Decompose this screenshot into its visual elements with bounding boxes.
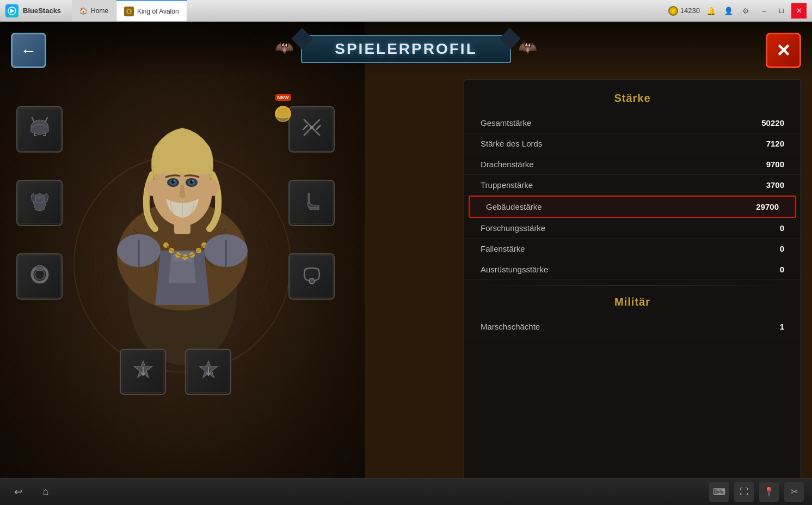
svg-line-34 bbox=[316, 125, 320, 129]
armor-slot-icon bbox=[28, 189, 52, 217]
svg-point-22 bbox=[192, 180, 194, 182]
stat-value-forschung: 0 bbox=[780, 223, 784, 233]
rune2-slot-icon bbox=[196, 358, 220, 386]
taskbar-keyboard-icon[interactable]: ⌨ bbox=[709, 482, 729, 502]
maximize-button[interactable]: □ bbox=[774, 3, 789, 19]
svg-point-24 bbox=[206, 180, 219, 196]
stat-value-ausruestung: 0 bbox=[780, 265, 784, 274]
stat-row-fallen: Fallenstärke 0 bbox=[464, 239, 801, 259]
minimize-button[interactable]: – bbox=[756, 3, 772, 19]
close-button[interactable]: ✕ bbox=[766, 33, 801, 68]
coin-display: 14230 bbox=[668, 6, 700, 16]
close-x-icon: ✕ bbox=[776, 40, 791, 61]
svg-point-35 bbox=[310, 126, 313, 129]
stat-label-marsch: Marschschächte bbox=[481, 322, 540, 331]
slot-boots[interactable] bbox=[288, 180, 335, 226]
back-arrow-icon: ← bbox=[21, 41, 37, 60]
taskbar: ↩ ⌂ ⌨ ⛶ 📍 ✂ bbox=[0, 478, 812, 505]
taskbar-fullscreen-icon[interactable]: ⛶ bbox=[734, 482, 754, 502]
section-title-staerke: Stärke bbox=[464, 88, 801, 113]
taskbar-back-button[interactable]: ↩ bbox=[8, 482, 28, 502]
taskbar-right: ⌨ ⛶ 📍 ✂ bbox=[709, 482, 804, 502]
slot-rune2[interactable] bbox=[185, 349, 231, 395]
tab-king-of-avalon[interactable]: K King of Avalon bbox=[116, 0, 187, 21]
brand-name: BlueStacks bbox=[23, 7, 61, 15]
stat-value-gesamtstaerke: 50220 bbox=[761, 118, 784, 127]
svg-point-28 bbox=[35, 270, 45, 279]
slot-ring[interactable] bbox=[16, 253, 63, 300]
stat-value-truppen: 3700 bbox=[766, 180, 784, 190]
tab-game-label: King of Avalon bbox=[137, 8, 179, 15]
new-helmet-svg bbox=[272, 102, 294, 124]
character-background: NEW bbox=[0, 22, 365, 505]
stat-label-fallen: Fallenstärke bbox=[481, 244, 525, 253]
stat-row-truppen: Truppenstärke 3700 bbox=[464, 175, 801, 196]
boots-slot-icon bbox=[300, 189, 324, 217]
tab-home-label: Home bbox=[91, 7, 108, 15]
slot-necklace[interactable] bbox=[288, 253, 335, 300]
stat-value-lords: 7120 bbox=[766, 139, 784, 148]
account-icon[interactable]: 👤 bbox=[722, 4, 735, 17]
stat-label-lords: Stärke des Lords bbox=[481, 139, 542, 148]
stats-panel: Stärke Gesamtstärke 50220 Stärke des Lor… bbox=[464, 79, 801, 493]
titlebar: BlueStacks 🏠 Home K King of Avalon 14230… bbox=[0, 0, 812, 22]
bluestacks-logo bbox=[5, 4, 19, 17]
svg-line-33 bbox=[303, 125, 307, 129]
taskbar-scissors-icon[interactable]: ✂ bbox=[784, 482, 804, 502]
slot-weapon[interactable] bbox=[288, 106, 335, 153]
new-badge: NEW bbox=[272, 94, 294, 124]
stat-label-forschung: Forschungsstärke bbox=[481, 223, 545, 233]
window-controls: – □ ✕ bbox=[756, 3, 807, 19]
svg-point-23 bbox=[146, 180, 159, 196]
stat-label-truppen: Truppenstärke bbox=[481, 180, 533, 190]
home-icon: 🏠 bbox=[79, 7, 88, 15]
slot-rune1[interactable] bbox=[120, 349, 166, 395]
rune1-slot-icon bbox=[131, 358, 155, 386]
helmet-slot-icon bbox=[28, 115, 52, 143]
slot-helmet[interactable] bbox=[16, 106, 63, 153]
necklace-slot-icon bbox=[300, 263, 324, 290]
close-window-button[interactable]: ✕ bbox=[791, 3, 807, 19]
titlebar-left: BlueStacks bbox=[0, 4, 66, 17]
weapon-slot-icon bbox=[300, 115, 324, 143]
slot-armor[interactable] bbox=[16, 180, 63, 226]
svg-text:K: K bbox=[128, 10, 131, 14]
new-badge-label: NEW bbox=[275, 94, 291, 101]
game-tab-icon: K bbox=[124, 7, 134, 16]
coin-value: 14230 bbox=[680, 7, 700, 15]
stat-row-forschung: Forschungsstärke 0 bbox=[464, 218, 801, 239]
bat-icon-left: 🦇 bbox=[275, 39, 294, 57]
stat-row-ausruestung: Ausrüstungsstärke 0 bbox=[464, 259, 801, 280]
profile-title-container: 🦇 SPIELERPROFIL 🦇 bbox=[301, 35, 510, 63]
stat-row-gesamtstaerke: Gesamtstärke 50220 bbox=[464, 113, 801, 133]
svg-rect-30 bbox=[37, 267, 42, 270]
titlebar-tabs: 🏠 Home K King of Avalon bbox=[72, 0, 187, 21]
section-divider bbox=[475, 285, 790, 286]
stat-row-marsch: Marschschächte 1 bbox=[464, 317, 801, 337]
titlebar-right: 14230 🔔 👤 ⚙ – □ ✕ bbox=[663, 3, 812, 19]
header-banner: 🦇 SPIELERPROFIL 🦇 bbox=[0, 22, 812, 76]
section-title-militaer: Militär bbox=[464, 291, 801, 317]
stat-value-marsch: 1 bbox=[780, 322, 784, 331]
bat-icon-right: 🦇 bbox=[518, 39, 537, 57]
stat-row-lords: Stärke des Lords 7120 bbox=[464, 133, 801, 154]
taskbar-home-button[interactable]: ⌂ bbox=[36, 482, 56, 502]
tab-home[interactable]: 🏠 Home bbox=[72, 0, 116, 21]
game-area: NEW 🦇 SPIELERPROFIL 🦇 ← ✕ Stärke bbox=[0, 22, 812, 505]
settings-icon[interactable]: ⚙ bbox=[739, 4, 752, 17]
svg-point-37 bbox=[310, 279, 313, 283]
notification-icon[interactable]: 🔔 bbox=[704, 4, 717, 17]
stat-label-gebaeude: Gebäudestärke bbox=[486, 202, 542, 211]
stat-label-drachen: Drachenstärke bbox=[481, 160, 534, 169]
profile-title: SPIELERPROFIL bbox=[335, 40, 477, 58]
stat-row-gebaeude: Gebäudestärke 29700 bbox=[469, 196, 796, 218]
stat-row-drachen: Drachenstärke 9700 bbox=[464, 154, 801, 175]
stat-value-gebaeude: 29700 bbox=[756, 202, 779, 211]
taskbar-location-icon[interactable]: 📍 bbox=[759, 482, 779, 502]
stat-label-gesamtstaerke: Gesamtstärke bbox=[481, 118, 531, 127]
coin-icon bbox=[668, 6, 678, 16]
stat-label-ausruestung: Ausrüstungsstärke bbox=[481, 265, 548, 274]
svg-marker-1 bbox=[10, 9, 15, 13]
back-button[interactable]: ← bbox=[11, 33, 46, 68]
stat-value-drachen: 9700 bbox=[766, 160, 784, 169]
